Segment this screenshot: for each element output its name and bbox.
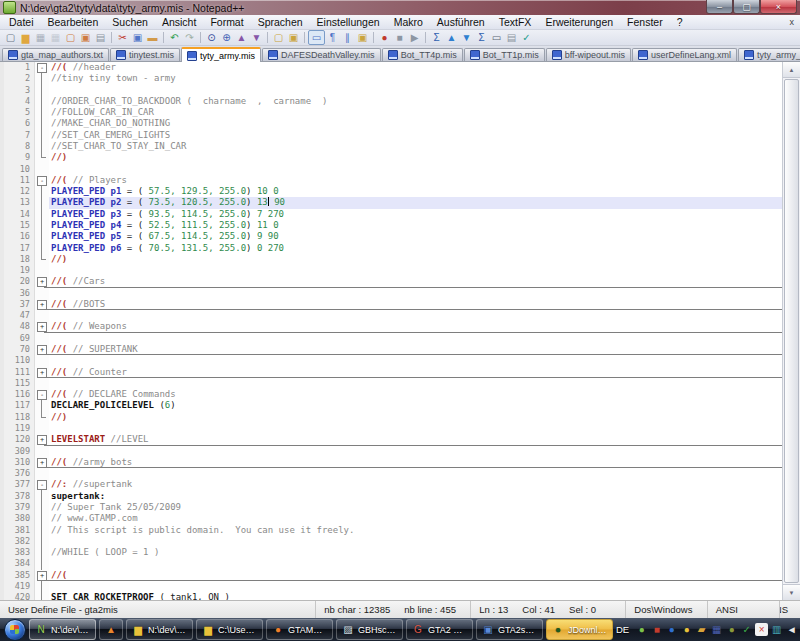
code-text[interactable]: //( // Weapons [49, 321, 783, 332]
replace-icon[interactable]: ⊕ [219, 31, 234, 44]
tray-action-center-icon[interactable]: × [755, 623, 768, 636]
doc-stats-icon[interactable]: ▤ [504, 31, 519, 44]
menu-item-bearbeiten[interactable]: Bearbeiten [41, 15, 106, 29]
fold-expand-box-icon[interactable]: + [37, 322, 47, 332]
tab-dafesdeathvalley-mis[interactable]: DAFESDeathValley.mis [262, 48, 381, 61]
code-text[interactable]: PLAYER_PED p6 = ( 70.5, 131.5, 255.0) 0 … [49, 243, 783, 254]
console-window-icon[interactable]: ▭ [489, 31, 504, 44]
code-text[interactable]: //( // DECLARE Commands [49, 389, 783, 400]
find-icon[interactable]: ⊙ [204, 31, 219, 44]
taskbar-notepadpp-button[interactable]: NN:\dev\gt... [29, 619, 96, 640]
code-text[interactable]: //( // SUPERTANK [49, 344, 783, 355]
code-text[interactable]: DECLARE_POLICELEVEL (6) [49, 400, 783, 411]
code-text[interactable]: //( // Players [49, 175, 783, 186]
code-text[interactable] [49, 446, 783, 457]
undo-icon[interactable]: ↶ [167, 31, 182, 44]
textfx-sum-icon[interactable]: Σ [429, 31, 444, 44]
show-all-chars-icon[interactable]: ¶ [325, 31, 340, 44]
code-text[interactable] [49, 355, 783, 366]
tray-update-check-icon[interactable]: ✓ [740, 623, 753, 636]
code-text[interactable] [49, 85, 783, 96]
code-text[interactable]: //) [49, 412, 783, 423]
code-text[interactable]: //( //header [49, 62, 783, 73]
indent-guide-icon[interactable]: ∥ [340, 31, 355, 44]
taskbar-gbhscript-button[interactable]: ▨GBHscript... [336, 619, 403, 640]
open-folder-icon[interactable]: ▆ [18, 31, 33, 44]
code-text[interactable]: supertank: [49, 491, 783, 502]
scroll-up-arrow-icon[interactable]: ▲ [783, 62, 800, 78]
code-text[interactable] [49, 310, 783, 321]
redo-icon[interactable]: ↷ [182, 31, 197, 44]
tray-pen-icon[interactable]: ▰ [695, 623, 708, 636]
menu-item-datei[interactable]: Datei [2, 15, 41, 29]
tray-display-icon[interactable]: ▥ [770, 623, 783, 636]
code-text[interactable]: LEVELSTART //LEVEL [49, 434, 783, 445]
menubar-close-icon[interactable]: x [784, 17, 800, 27]
code-text[interactable] [49, 536, 783, 547]
new-file-icon[interactable]: ▢ [3, 31, 18, 44]
taskbar-gta2-script-button[interactable]: ▣GTA2scri... [476, 619, 543, 640]
tab-tinytest-mis[interactable]: tinytest.mis [110, 48, 180, 61]
code-text[interactable]: PLAYER_PED p3 = ( 93.5, 114.5, 255.0) 7 … [49, 209, 783, 220]
save-all-icon[interactable]: ▦ [48, 31, 63, 44]
user-lang-dialog-icon[interactable]: ▣ [355, 31, 370, 44]
tray-olive-orb-icon[interactable]: ● [725, 623, 738, 636]
code-text[interactable] [49, 333, 783, 344]
code-text[interactable]: //) [49, 254, 783, 265]
macro-stop-icon[interactable]: ■ [392, 31, 407, 44]
close-button[interactable]: × [760, 0, 797, 14]
code-text[interactable] [49, 164, 783, 175]
fold-expand-box-icon[interactable]: + [37, 435, 47, 445]
fold-expand-box-icon[interactable]: + [37, 345, 47, 355]
fold-expand-box-icon[interactable]: + [37, 458, 47, 468]
taskbar-gta2-game-button[interactable]: GGTA2 Ga... [406, 619, 473, 640]
code-text[interactable]: // www.GTAMP.com [49, 513, 783, 524]
fold-expand-box-icon[interactable]: + [37, 571, 47, 581]
code-text[interactable]: //SET_CAR_EMERG_LIGHTS [49, 130, 783, 141]
macro-record-icon[interactable]: ● [377, 31, 392, 44]
code-text[interactable]: PLAYER_PED p4 = ( 52.5, 111.5, 255.0) 11… [49, 220, 783, 231]
menu-item-makro[interactable]: Makro [387, 15, 430, 29]
spellcheck-icon[interactable]: ✓ [519, 31, 534, 44]
tab-bot-tt1p-mis[interactable]: Bot_TT1p.mis [464, 48, 545, 61]
vertical-scrollbar[interactable]: ▲ ▼ [782, 62, 800, 600]
menu-item-ausfhren[interactable]: Ausführen [430, 15, 492, 29]
code-text[interactable]: //) [49, 152, 783, 163]
title-bar[interactable]: N:\dev\gta2\tyty\data\tyty_army.mis - No… [0, 0, 800, 15]
cut-icon[interactable]: ✂ [115, 31, 130, 44]
find-prev-icon[interactable]: ▲ [234, 31, 249, 44]
menu-item-sprachen[interactable]: Sprachen [251, 15, 310, 29]
code-text[interactable]: //WHILE ( LOOP = 1 ) [49, 547, 783, 558]
find-next-icon[interactable]: ▼ [249, 31, 264, 44]
tab-userdefinelang-xml[interactable]: userDefineLang.xml [632, 48, 737, 61]
tab-bot-tt4p-mis[interactable]: Bot_TT4p.mis [382, 48, 463, 61]
word-wrap-icon[interactable]: ▭ [308, 30, 325, 45]
tray-yellow-orb-icon[interactable]: ● [680, 623, 693, 636]
tab-gta-map-authors-txt[interactable]: gta_map_authors.txt [2, 48, 109, 61]
tray-graph-icon[interactable]: ■ [650, 623, 663, 636]
textfx-sigma-icon[interactable]: Σ [474, 31, 489, 44]
code-text[interactable]: //( //army bots [49, 457, 783, 468]
menu-item-suchen[interactable]: Suchen [105, 15, 155, 29]
keyboard-language-indicator[interactable]: DE [616, 624, 629, 635]
fold-expand-box-icon[interactable]: + [37, 277, 47, 287]
copy-icon[interactable]: ▣ [130, 31, 145, 44]
code-text[interactable]: //MAKE_CHAR_DO_NOTHING [49, 118, 783, 129]
taskbar-vlc-button[interactable]: ▲ [99, 619, 123, 640]
macro-play-icon[interactable]: ▶ [407, 31, 422, 44]
code-text[interactable] [49, 581, 783, 592]
close-doc-icon[interactable]: ▢ [63, 31, 78, 44]
scroll-down-arrow-icon[interactable]: ▼ [783, 584, 800, 600]
code-text[interactable]: //: //supertank [49, 479, 783, 490]
close-all-docs-icon[interactable]: ▣ [78, 31, 93, 44]
tray-blue-app-icon[interactable]: ● [665, 623, 678, 636]
tray-green-orb-icon[interactable]: ● [635, 623, 648, 636]
sort-descending-icon[interactable]: ▼ [459, 31, 474, 44]
menu-item-[interactable]: ? [670, 15, 690, 29]
menu-item-format[interactable]: Format [203, 15, 250, 29]
scrollbar-thumb[interactable] [784, 79, 799, 583]
taskbar-explorer-n-drive-button[interactable]: ▆N:\dev\gt... [126, 619, 193, 640]
code-text[interactable]: //FOLLOW_CAR_IN_CAR [49, 107, 783, 118]
code-text[interactable]: //( //Cars [49, 276, 783, 287]
tray-volume-icon[interactable]: ◄ [785, 623, 798, 636]
